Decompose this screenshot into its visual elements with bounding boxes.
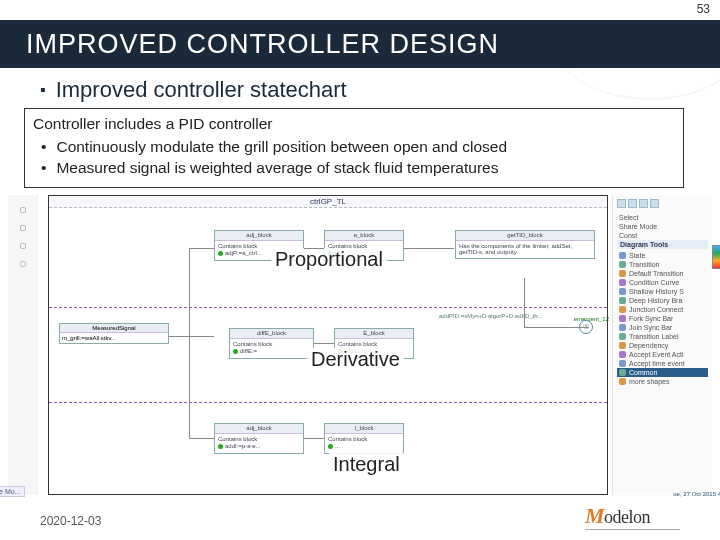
status-time: ue, 27 Oct 2015 4:06 PM [673,491,720,497]
footer-logo: Modelon [585,503,680,530]
footer-date: 2020-12-03 [40,514,101,528]
limiter-block: getTID_block Has the components of the l… [455,230,595,259]
info-bullet: Measured signal is weighted average of s… [41,158,675,179]
page-number: 53 [697,2,710,16]
info-lead: Controller includes a PID controller [33,114,675,135]
proportional-label: Proportional [271,248,387,271]
slide-subtitle: Improved controller statechart [40,77,347,103]
info-callout: Controller includes a PID controller Con… [24,108,684,188]
info-bullet: Continuously modulate the grill position… [41,137,675,158]
statechart-canvas: ctrlGP_TL MeasuredSignal m_grill:=waAll·… [48,195,608,495]
diff-block: diffE_block Contains block diffE:= [229,328,314,359]
i-block: I_block Contains block ... [324,423,404,454]
app-left-gutter [8,195,38,495]
diagram-tools-panel: Select Share Mode Const Diagram Tools St… [612,195,712,495]
slide-title: IMPROVED CONTROLLER DESIGN [26,29,499,60]
measured-signal-block: MeasuredSignal m_grill:=waAll·stkv... [59,323,169,344]
sum-expr: addPID:=sMyn+D·algorP+D·adIfD_th... [439,313,543,319]
create-button-bg: Create Mo... [0,486,25,497]
color-swatch [712,245,720,269]
output-label: emergent_12 [574,316,609,322]
statechart-area: Select Share Mode Const Diagram Tools St… [8,195,712,495]
integral-label: Integral [329,453,404,476]
chart-outer-title: ctrlGP_TL [49,196,607,208]
title-bar: IMPROVED CONTROLLER DESIGN [0,20,720,68]
panel-top-icons [617,199,708,208]
adj2-block: adj_block Contains block addI:=p-a·e... [214,423,304,454]
derivative-label: Derivative [307,348,404,371]
